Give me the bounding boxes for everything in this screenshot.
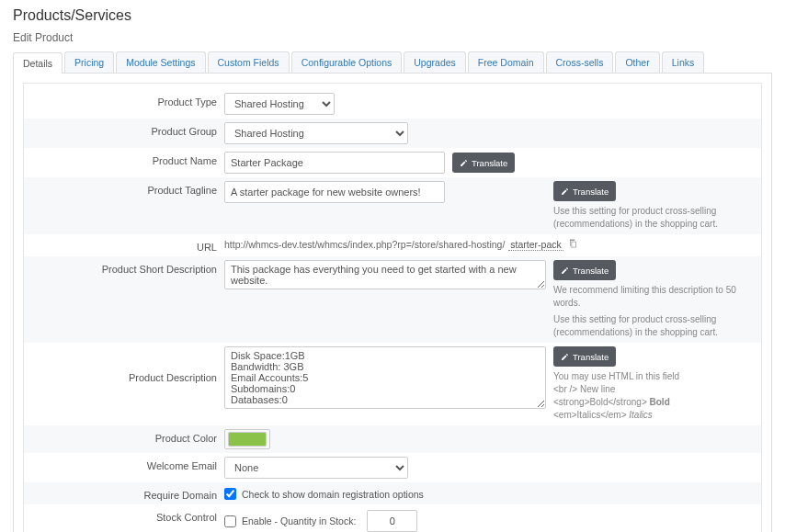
- stock-control-checkbox[interactable]: [224, 515, 236, 527]
- tab-cross-sells[interactable]: Cross-sells: [546, 51, 614, 73]
- product-group-select[interactable]: Shared Hosting: [224, 122, 408, 144]
- translate-button[interactable]: Translate: [452, 153, 515, 173]
- tab-module-settings[interactable]: Module Settings: [116, 51, 205, 73]
- tab-details[interactable]: Details: [13, 52, 63, 74]
- label-stock-control: Stock Control: [33, 508, 217, 523]
- label-color: Product Color: [33, 429, 217, 444]
- help-desc-strong: <strong>Bold</strong> Bold: [553, 396, 752, 409]
- help-short2: Use this setting for product cross-selli…: [553, 313, 752, 339]
- tab-pricing[interactable]: Pricing: [64, 51, 114, 73]
- label-product-tagline: Product Tagline: [33, 181, 217, 196]
- color-swatch[interactable]: [228, 432, 267, 447]
- label-product-type: Product Type: [33, 93, 217, 108]
- page-subtitle: Edit Product: [13, 31, 772, 44]
- product-name-input[interactable]: [224, 152, 445, 174]
- pencil-icon: [460, 159, 468, 167]
- translate-button[interactable]: Translate: [553, 346, 616, 367]
- tab-other[interactable]: Other: [615, 51, 659, 73]
- stock-qty-input[interactable]: [367, 510, 417, 532]
- page-title: Products/Services: [13, 7, 772, 24]
- require-domain-label: Check to show domain registration option…: [242, 489, 424, 500]
- label-require-domain: Require Domain: [33, 486, 217, 501]
- product-type-select[interactable]: Shared Hosting: [224, 93, 335, 115]
- tabs-bar: Details Pricing Module Settings Custom F…: [13, 51, 772, 74]
- label-welcome-email: Welcome Email: [33, 457, 217, 471]
- translate-button[interactable]: Translate: [553, 260, 616, 280]
- description-textarea[interactable]: Disk Space:1GB Bandwidth: 3GB Email Acco…: [224, 346, 546, 409]
- label-url: URL: [33, 238, 217, 253]
- label-description: Product Description: [33, 346, 217, 383]
- translate-button[interactable]: Translate: [553, 181, 616, 201]
- label-short-desc: Product Short Description: [33, 260, 217, 275]
- stock-control-label: Enable - Quantity in Stock:: [242, 515, 356, 526]
- welcome-email-select[interactable]: None: [224, 457, 408, 479]
- label-product-group: Product Group: [33, 122, 217, 137]
- pencil-icon: [561, 187, 569, 196]
- label-product-name: Product Name: [33, 152, 217, 166]
- tab-upgrades[interactable]: Upgrades: [404, 51, 466, 73]
- help-tagline: Use this setting for product cross-selli…: [553, 205, 752, 231]
- product-tagline-input[interactable]: [224, 181, 445, 203]
- help-desc-em: <em>Italics</em> Italics: [553, 409, 752, 422]
- pencil-icon: [561, 353, 569, 361]
- tab-free-domain[interactable]: Free Domain: [468, 51, 544, 73]
- help-desc-br: <br /> New line: [553, 383, 752, 396]
- help-desc1: You may use HTML in this field: [553, 370, 752, 383]
- short-desc-textarea[interactable]: This package has everything you need to …: [224, 260, 546, 289]
- require-domain-checkbox[interactable]: [224, 488, 236, 500]
- pencil-icon: [561, 266, 569, 275]
- url-slug-input[interactable]: starter-pack: [508, 239, 563, 251]
- url-base-text: http://whmcs-dev.test/whmcs/index.php?rp…: [224, 239, 505, 250]
- copy-icon[interactable]: [567, 238, 578, 251]
- details-panel: Product Type Shared Hosting Product Grou…: [13, 74, 772, 532]
- help-short1: We recommend limiting this description t…: [553, 284, 752, 310]
- tab-configurable-options[interactable]: Configurable Options: [291, 51, 403, 73]
- tab-custom-fields[interactable]: Custom Fields: [208, 51, 290, 73]
- tab-links[interactable]: Links: [662, 51, 705, 73]
